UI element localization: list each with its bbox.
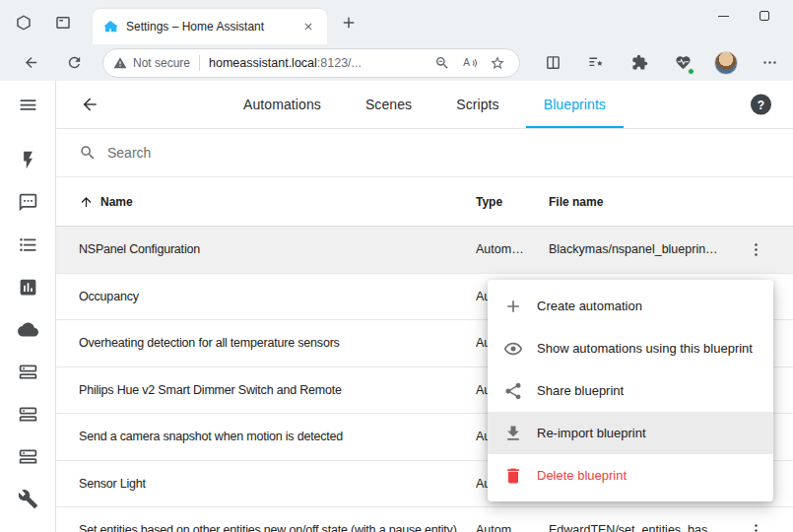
- menu-item-show-automations[interactable]: Show automations using this blueprint: [488, 327, 773, 369]
- download-icon: [503, 424, 523, 443]
- new-tab-icon[interactable]: [335, 9, 363, 36]
- menu-item-create-automation[interactable]: Create automation: [488, 285, 773, 327]
- row-name: Send a camera snapshot when motion is de…: [79, 430, 343, 443]
- menu-item-label: Share blueprint: [537, 383, 624, 398]
- row-name: Philips Hue v2 Smart Dimmer Switch and R…: [79, 383, 342, 397]
- not-secure-warning-icon[interactable]: [113, 56, 127, 70]
- essentials-status-dot: [688, 68, 694, 75]
- ha-tab-bar: Automations Scenes Scripts Blueprints: [56, 81, 793, 128]
- server-icon: [18, 362, 38, 382]
- url-text[interactable]: homeassistant.local:8123/...: [209, 56, 362, 70]
- tab-automations[interactable]: Automations: [226, 81, 339, 128]
- context-menu: Create automation Show automations using…: [488, 280, 773, 501]
- cloud-icon: [18, 319, 38, 340]
- chat-bubble-icon: [18, 192, 38, 213]
- sidebar-item-history[interactable]: [16, 275, 39, 299]
- sidebar-item-todo[interactable]: [16, 233, 39, 256]
- sidebar-menu-button[interactable]: [16, 93, 39, 116]
- profile-avatar[interactable]: [711, 48, 741, 78]
- tab-actions-icon[interactable]: [49, 9, 77, 36]
- browser-tab[interactable]: Settings – Home Assistant: [93, 9, 327, 44]
- browser-essentials-icon[interactable]: [668, 48, 697, 78]
- table-row[interactable]: Set entities based on other entities new…: [56, 507, 793, 532]
- share-icon: [503, 381, 523, 401]
- search-icon: [79, 144, 97, 162]
- sidebar-item-server-3[interactable]: [16, 444, 39, 468]
- tab-scenes[interactable]: Scenes: [348, 81, 430, 128]
- sidebar-item-energy[interactable]: [16, 148, 39, 171]
- wrench-icon: [18, 489, 38, 509]
- refresh-icon[interactable]: [59, 48, 89, 78]
- browser-window: Settings – Home Assistant Not secure hom…: [0, 0, 793, 532]
- sidebar-item-server-2[interactable]: [16, 402, 39, 426]
- tab-blueprints[interactable]: Blueprints: [526, 81, 624, 128]
- lightning-icon: [18, 150, 38, 170]
- back-icon[interactable]: [16, 48, 45, 78]
- column-header-type[interactable]: Type: [476, 195, 502, 209]
- menu-item-label: Re-import blueprint: [537, 426, 646, 440]
- favorite-star-icon[interactable]: [486, 51, 509, 75]
- row-name: Set entities based on other entities new…: [79, 523, 457, 532]
- search-bar: [56, 129, 793, 177]
- trash-icon: [503, 466, 523, 486]
- tab-scripts[interactable]: Scripts: [438, 81, 517, 128]
- server-icon: [18, 404, 38, 425]
- column-header-name[interactable]: Name: [79, 194, 133, 209]
- row-type: Autom…: [476, 523, 524, 532]
- menu-item-label: Show automations using this blueprint: [537, 341, 753, 356]
- chart-box-icon: [18, 277, 38, 298]
- row-file: Blackymas/nspanel_blueprin…: [549, 242, 718, 256]
- search-input[interactable]: [107, 145, 403, 161]
- row-overflow-menu-icon[interactable]: [745, 238, 766, 260]
- menu-item-reimport-blueprint[interactable]: Re-import blueprint: [488, 412, 773, 454]
- menu-item-delete-blueprint[interactable]: Delete blueprint: [488, 454, 773, 497]
- ha-header: Automations Scenes Scripts Blueprints ?: [56, 81, 793, 129]
- row-name: Overheating detection for all temperatur…: [79, 336, 340, 350]
- column-header-file[interactable]: File name: [549, 195, 603, 209]
- browser-toolbar: Not secure homeassistant.local:8123/... …: [0, 44, 793, 81]
- server-icon: [18, 446, 38, 467]
- extensions-icon[interactable]: [625, 48, 654, 78]
- row-file: EdwardTEN/set_entities_bas…: [549, 523, 720, 532]
- tab-title: Settings – Home Assistant: [126, 20, 292, 33]
- browser-menu-icon[interactable]: [755, 48, 784, 78]
- ha-sidebar: [0, 81, 56, 532]
- sort-arrow-up-icon: [79, 194, 94, 209]
- address-bar[interactable]: Not secure homeassistant.local:8123/... …: [102, 48, 520, 78]
- row-name: NSPanel Configuration: [79, 242, 200, 256]
- tab-close-icon[interactable]: [299, 18, 317, 35]
- table-row[interactable]: NSPanel Configuration Autom… Blackymas/n…: [56, 227, 793, 274]
- sidebar-item-assist[interactable]: [16, 190, 39, 214]
- menu-item-label: Delete blueprint: [537, 468, 627, 483]
- browser-tab-strip: Settings – Home Assistant: [0, 0, 793, 44]
- favorites-hub-icon[interactable]: [581, 48, 611, 78]
- maximize-button[interactable]: [744, 0, 785, 32]
- menu-item-label: Create automation: [537, 299, 642, 313]
- sidebar-item-server-1[interactable]: [16, 360, 39, 383]
- row-name: Sensor Light: [79, 477, 146, 491]
- sidebar-item-cloud[interactable]: [16, 317, 39, 341]
- help-button[interactable]: ?: [751, 95, 771, 115]
- security-label[interactable]: Not secure: [133, 56, 190, 70]
- home-assistant-logo-icon: [102, 19, 118, 34]
- read-aloud-icon[interactable]: A: [458, 51, 482, 75]
- hamburger-icon: [18, 95, 38, 115]
- ha-back-icon[interactable]: [77, 92, 102, 117]
- split-screen-icon[interactable]: [538, 48, 567, 78]
- row-overflow-menu-icon[interactable]: [745, 519, 766, 532]
- minimize-button[interactable]: [702, 0, 744, 32]
- menu-item-share-blueprint[interactable]: Share blueprint: [488, 369, 773, 412]
- workspaces-icon[interactable]: [10, 9, 37, 36]
- svg-text:A: A: [463, 57, 470, 68]
- sidebar-item-tools[interactable]: [16, 487, 39, 510]
- zoom-out-icon[interactable]: [430, 51, 454, 75]
- row-type: Autom…: [476, 242, 524, 256]
- eye-icon: [503, 339, 523, 359]
- list-icon: [18, 234, 38, 255]
- omnibox-divider: [199, 55, 200, 71]
- plus-icon: [503, 297, 523, 316]
- table-header: Name Type File name: [56, 177, 793, 227]
- row-name: Occupancy: [79, 290, 139, 303]
